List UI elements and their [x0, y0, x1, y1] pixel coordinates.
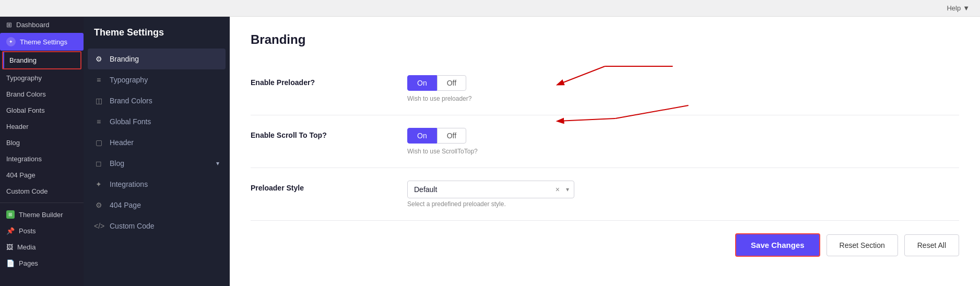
middle-nav-header[interactable]: ▢ Header [84, 132, 230, 153]
integrations-nav-label: Integrations [110, 180, 148, 188]
middle-nav-branding[interactable]: ⚙ Branding [88, 49, 226, 69]
help-button[interactable]: Help ▼ [947, 4, 970, 12]
404-label: 404 Page [6, 171, 36, 179]
preloader-setting-row: Enable Preloader? On Off Wish to use pre… [251, 63, 959, 115]
blog-nav-label: Blog [110, 159, 124, 168]
select-chevron-icon: ▾ [566, 186, 569, 193]
select-clear-icon[interactable]: × [556, 185, 560, 194]
main-content: Branding Enable Preloader? On Off Wish t… [230, 17, 980, 286]
custom-code-nav-label: Custom Code [110, 222, 155, 230]
top-bar: Help ▼ [0, 0, 980, 17]
preloader-style-select[interactable]: Default [407, 181, 574, 198]
typography-nav-icon: ≡ [94, 76, 103, 84]
middle-nav-typography[interactable]: ≡ Typography [84, 69, 230, 90]
theme-settings-icon: ✦ [6, 37, 16, 46]
sidebar-item-dashboard[interactable]: ⊞ Dashboard [0, 17, 84, 33]
dashboard-label: Dashboard [16, 21, 50, 29]
dashboard-icon: ⊞ [6, 21, 12, 29]
scroll-to-top-control: On Off Wish to use ScrollToTop? [407, 128, 959, 155]
save-changes-button[interactable]: Save Changes [735, 233, 820, 257]
sidebar-item-custom-code[interactable]: Custom Code [0, 183, 84, 199]
typography-label: Typography [6, 74, 42, 82]
blog-label: Blog [6, 139, 20, 147]
branding-nav-label: Branding [110, 55, 139, 63]
global-fonts-label: Global Fonts [6, 106, 45, 114]
sidebar-divider [0, 202, 84, 203]
custom-code-nav-icon: </> [94, 222, 103, 230]
typography-nav-label: Typography [110, 76, 148, 84]
theme-settings-label: Theme Settings [20, 38, 67, 46]
middle-panel-title: Theme Settings [84, 27, 230, 49]
sidebar-item-theme-builder[interactable]: ⊞ Theme Builder [0, 206, 84, 223]
sidebar-item-theme-settings[interactable]: ✦ Theme Settings [0, 33, 84, 51]
media-label: Media [17, 243, 36, 251]
preloader-hint: Wish to use preloader? [407, 95, 959, 102]
chevron-down-icon: ▼ [963, 4, 970, 12]
integrations-label: Integrations [6, 155, 42, 163]
preloader-style-hint: Select a predefined preloader style. [407, 200, 959, 208]
global-fonts-nav-icon: ≡ [94, 117, 103, 126]
sidebar-item-blog[interactable]: Blog [0, 135, 84, 151]
branding-label: Branding [9, 56, 37, 64]
header-nav-icon: ▢ [94, 138, 103, 147]
preloader-control: On Off Wish to use preloader? [407, 75, 959, 102]
theme-builder-icon: ⊞ [6, 210, 15, 219]
brand-colors-nav-label: Brand Colors [110, 97, 152, 105]
custom-code-label: Custom Code [6, 187, 48, 195]
preloader-style-control: Default × ▾ Select a predefined preloade… [407, 181, 959, 208]
404-nav-icon: ⚙ [94, 201, 103, 209]
reset-all-button[interactable]: Reset All [904, 234, 959, 256]
sidebar-item-branding[interactable]: Branding [3, 52, 80, 68]
scroll-to-top-setting-row: Enable Scroll To Top? On Off Wish to use… [251, 115, 959, 168]
integrations-nav-icon: ✦ [94, 180, 103, 188]
brand-colors-label: Brand Colors [6, 90, 46, 98]
pages-icon: 📄 [6, 259, 15, 267]
brand-colors-nav-icon: ◫ [94, 97, 103, 105]
scroll-to-top-toggle-off[interactable]: Off [437, 128, 466, 144]
preloader-label: Enable Preloader? [251, 75, 407, 87]
sidebar-branding-box: Branding [2, 51, 81, 69]
preloader-style-select-wrapper: Default × ▾ [407, 181, 574, 198]
sidebar-item-404[interactable]: 404 Page [0, 167, 84, 183]
preloader-style-label: Preloader Style [251, 181, 407, 192]
preloader-toggle-on[interactable]: On [407, 75, 437, 91]
sidebar-item-posts[interactable]: 📌 Posts [0, 223, 84, 239]
404-nav-label: 404 Page [110, 201, 141, 209]
sidebar-item-header[interactable]: Header [0, 118, 84, 135]
preloader-toggle-group: On Off [407, 75, 959, 91]
middle-nav-integrations[interactable]: ✦ Integrations [84, 174, 230, 195]
posts-label: Posts [19, 227, 36, 235]
middle-nav-brand-colors[interactable]: ◫ Brand Colors [84, 90, 230, 111]
scroll-to-top-hint: Wish to use ScrollToTop? [407, 148, 959, 155]
blog-nav-icon: ◻ [94, 159, 103, 168]
sidebar-item-media[interactable]: 🖼 Media [0, 239, 84, 255]
middle-nav-blog[interactable]: ◻ Blog ▾ [84, 153, 230, 174]
posts-icon: 📌 [6, 227, 15, 235]
sidebar-item-brand-colors[interactable]: Brand Colors [0, 86, 84, 102]
admin-sidebar: ⊞ Dashboard ✦ Theme Settings Branding Ty… [0, 17, 84, 286]
middle-nav-global-fonts[interactable]: ≡ Global Fonts [84, 111, 230, 132]
blog-chevron-icon: ▾ [216, 160, 219, 167]
page-title: Branding [251, 32, 959, 47]
sidebar-item-pages[interactable]: 📄 Pages [0, 255, 84, 271]
scroll-to-top-label: Enable Scroll To Top? [251, 128, 407, 139]
global-fonts-nav-label: Global Fonts [110, 117, 151, 126]
header-label: Header [6, 123, 29, 130]
sidebar-item-integrations[interactable]: Integrations [0, 151, 84, 167]
bottom-actions: Save Changes Reset Section Reset All [251, 221, 959, 262]
scroll-to-top-toggle-group: On Off [407, 128, 959, 144]
help-label: Help [947, 4, 961, 12]
media-icon: 🖼 [6, 243, 13, 251]
middle-panel: Theme Settings ⚙ Branding ≡ Typography ◫… [84, 17, 230, 286]
preloader-toggle-off[interactable]: Off [437, 75, 466, 91]
scroll-to-top-toggle-on[interactable]: On [407, 128, 437, 144]
header-nav-label: Header [110, 138, 134, 147]
sidebar-item-typography[interactable]: Typography [0, 70, 84, 86]
middle-nav-404[interactable]: ⚙ 404 Page [84, 195, 230, 216]
middle-nav-custom-code[interactable]: </> Custom Code [84, 216, 230, 236]
reset-section-button[interactable]: Reset Section [826, 234, 898, 256]
theme-builder-label: Theme Builder [19, 211, 63, 219]
sidebar-item-global-fonts[interactable]: Global Fonts [0, 102, 84, 118]
pages-label: Pages [19, 259, 38, 267]
branding-nav-icon: ⚙ [94, 55, 103, 63]
